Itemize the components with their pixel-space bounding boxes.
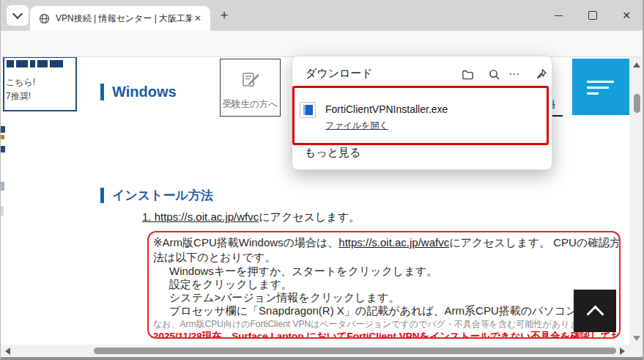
scroll-up-arrow[interactable] <box>633 62 640 67</box>
callout-pixel-text <box>7 60 63 67</box>
heading-bar <box>100 188 104 203</box>
scrollbar-corner <box>629 345 644 357</box>
step1-rest: にアクセスします。 <box>259 210 360 223</box>
page-edge-fragment <box>1 206 4 216</box>
window-close-button[interactable]: ✕ <box>615 4 637 26</box>
install-step-1: 1. https://s.oit.ac.jp/wfvcにアクセスします。 <box>142 210 360 224</box>
tab-close-icon[interactable]: ✕ <box>191 12 204 25</box>
page-edge-fragment <box>1 182 4 191</box>
beta-note: なお、Arm版CPU向けのFortiClient VPNはベータバージョンですの… <box>153 319 619 330</box>
notice-line-2: 法は以下のとおりです。 <box>153 250 619 265</box>
notice-step: システム>バージョン情報をクリックします。 <box>153 291 619 304</box>
heading-text: インストール方法 <box>112 187 213 204</box>
scroll-down-arrow[interactable] <box>633 336 640 341</box>
nav-item-label: 受験生の方へ <box>221 98 280 111</box>
title-bar: VPN接続 | 情報センター | 大阪工業大 ✕ + ✕ <box>1 0 644 31</box>
window-minimize-button[interactable] <box>547 4 569 26</box>
callout-line-1: こちら! <box>6 76 35 89</box>
pin-icon[interactable] <box>533 66 549 82</box>
page-edge-fragment <box>1 135 4 139</box>
heading-install: インストール方法 <box>100 188 213 203</box>
notice-line1-pre: ※Arm版CPU搭載Windowsの場合は、 <box>153 236 338 249</box>
callout-line-2: 7推奨! <box>6 90 31 103</box>
vertical-scrollbar[interactable] <box>629 57 644 345</box>
minimize-icon <box>555 15 563 16</box>
notice-step: Windowsキーを押すか、スタートをクリックします。 <box>153 265 619 278</box>
active-tab[interactable]: VPN接続 | 情報センター | 大阪工業大 ✕ <box>30 6 210 31</box>
scroll-to-top-button[interactable] <box>574 290 616 332</box>
notice-step: プロセッサ欄に「Snapdragon(R) X」の記載があれば、Arm系CPU搭… <box>153 304 619 317</box>
window-maximize-button[interactable] <box>582 4 604 26</box>
chevron-up-icon <box>586 305 604 323</box>
chevron-down-icon <box>12 9 23 19</box>
notice-step: 設定をクリックします。 <box>153 278 619 291</box>
site-menu-button[interactable] <box>572 59 629 115</box>
downloads-popup-title: ダウンロード <box>306 67 373 81</box>
page-edge-fragment <box>1 126 5 133</box>
browser-toolbar: ← ↻ https://www.oit.ac.jp/center/vpn.htm… <box>1 31 644 57</box>
notice-line-1: ※Arm版CPU搭載Windowsの場合は、https://s.oit.ac.j… <box>153 235 619 250</box>
scroll-right-arrow[interactable] <box>620 348 625 355</box>
callout-box: こちら! 7推奨! <box>3 57 77 111</box>
see-more-link[interactable]: もっと見る <box>305 146 360 160</box>
heading-bar <box>100 84 104 100</box>
nav-item-examinees[interactable]: 受験生の方へ <box>220 59 281 117</box>
window-bottom-edge <box>1 357 644 360</box>
scroll-left-arrow[interactable] <box>5 348 10 355</box>
vertical-scrollbar-thumb[interactable] <box>634 94 640 113</box>
maximize-icon <box>588 11 597 20</box>
browser-window: VPN接続 | 情報センター | 大阪工業大 ✕ + ✕ ← ↻ https:/… <box>0 0 644 360</box>
page-edge-fragment <box>1 146 5 153</box>
new-tab-button[interactable]: + <box>216 7 232 23</box>
heading-text: Windows <box>112 84 177 100</box>
notice-line1-post: にアクセスします。 CPUの確認方 <box>449 236 621 249</box>
pencil-icon <box>240 70 261 90</box>
arm-cpu-notice-box: ※Arm版CPU搭載Windowsの場合は、https://s.oit.ac.j… <box>147 231 621 339</box>
horizontal-scrollbar[interactable] <box>1 345 629 357</box>
tab-search-button[interactable] <box>7 5 29 26</box>
annotation-highlight-rectangle <box>292 86 549 145</box>
heading-windows: Windows <box>100 84 177 100</box>
alert-text: 2025/11/28現在、Surface Laptop においてFortiCli… <box>153 331 619 339</box>
search-downloads-icon[interactable] <box>486 66 502 82</box>
horizontal-scrollbar-thumb[interactable] <box>94 348 616 354</box>
step1-link[interactable]: 1. https://s.oit.ac.jp/wfvc <box>142 210 259 223</box>
downloads-more-options-icon[interactable]: ⋯ <box>506 66 522 82</box>
globe-icon <box>39 13 50 24</box>
tab-title: VPN接続 | 情報センター | 大阪工業大 <box>56 12 191 25</box>
open-downloads-folder-icon[interactable] <box>459 66 475 82</box>
wafvc-link[interactable]: https://s.oit.ac.jp/wafvc <box>338 236 449 249</box>
